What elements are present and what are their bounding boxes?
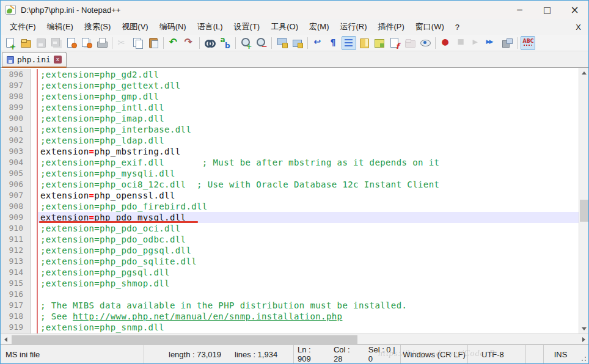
document-monitor-button[interactable] xyxy=(418,36,433,50)
save-file-button[interactable] xyxy=(34,36,48,50)
zoom-out-button[interactable] xyxy=(254,36,269,50)
minimize-button[interactable]: ─ xyxy=(506,1,533,19)
document-map-button[interactable] xyxy=(357,36,371,50)
bookmark-margin[interactable] xyxy=(31,234,37,245)
open-file-button[interactable] xyxy=(18,36,33,50)
menu-item-1[interactable]: 编辑(E) xyxy=(42,20,79,34)
bookmark-margin[interactable] xyxy=(31,91,37,102)
bookmark-margin[interactable] xyxy=(31,124,37,135)
scroll-up-arrow[interactable] xyxy=(579,68,589,78)
bookmark-margin[interactable] xyxy=(31,311,37,322)
bookmark-margin[interactable] xyxy=(31,322,37,333)
scroll-down-arrow[interactable] xyxy=(579,324,589,333)
bookmark-margin[interactable] xyxy=(31,212,37,223)
save-all-button[interactable] xyxy=(49,36,64,50)
bookmark-margin[interactable] xyxy=(31,190,37,201)
close-all-button[interactable] xyxy=(79,36,94,50)
menu-item-7[interactable]: 工具(O) xyxy=(265,20,304,34)
menu-close-document-button[interactable]: X xyxy=(576,23,581,32)
notepadpp-app-icon xyxy=(5,5,16,15)
bookmark-margin[interactable] xyxy=(31,135,37,146)
word-wrap-button[interactable] xyxy=(311,36,326,50)
bookmark-margin[interactable] xyxy=(31,113,37,124)
sync-vertical-scroll-button[interactable] xyxy=(275,36,290,50)
bookmark-margin[interactable] xyxy=(31,80,37,91)
menu-item-9[interactable]: 运行(R) xyxy=(334,20,372,34)
bookmark-margin[interactable] xyxy=(31,201,37,212)
code-url-link[interactable]: http://www.php.net/manual/en/snmp.instal… xyxy=(73,311,342,321)
menu-item-11[interactable]: 窗口(W) xyxy=(410,20,450,34)
new-file-button[interactable] xyxy=(3,36,18,50)
bookmark-margin[interactable] xyxy=(31,179,37,190)
indent-guide-button[interactable] xyxy=(342,36,356,50)
code-editor[interactable]: 896;extension=php_gd2.dll897;extension=p… xyxy=(1,68,579,333)
horizontal-scroll-thumb[interactable] xyxy=(12,335,357,344)
find-button[interactable] xyxy=(203,36,218,50)
status-spacer xyxy=(526,345,544,363)
macro-play-button[interactable] xyxy=(469,36,484,50)
folder-as-workspace-button[interactable] xyxy=(403,36,417,50)
line-number: 909 xyxy=(1,212,31,223)
code-line-911: 911;extension=php_pdo_odbc.dll xyxy=(1,234,579,245)
bookmark-margin[interactable] xyxy=(31,102,37,113)
macro-run-multiple-button[interactable] xyxy=(485,36,499,50)
bookmark-margin[interactable] xyxy=(31,157,37,168)
sync-horizontal-scroll-button[interactable] xyxy=(290,36,305,50)
menu-item-2[interactable]: 搜索(S) xyxy=(79,20,116,34)
menu-item-5[interactable]: 语言(L) xyxy=(192,20,229,34)
function-list-button[interactable] xyxy=(372,36,387,50)
menu-item-10[interactable]: 插件(P) xyxy=(373,20,410,34)
scroll-right-arrow[interactable] xyxy=(579,334,588,344)
vertical-scroll-thumb[interactable] xyxy=(580,200,588,222)
bookmark-margin[interactable] xyxy=(31,245,37,256)
horizontal-scrollbar[interactable] xyxy=(1,333,588,344)
macro-stop-button[interactable] xyxy=(454,36,469,50)
show-all-characters-button[interactable] xyxy=(326,36,341,50)
paste-button[interactable] xyxy=(146,36,161,50)
bookmark-margin[interactable] xyxy=(31,256,37,267)
menu-item-4[interactable]: 编码(N) xyxy=(154,20,192,34)
redo-button[interactable] xyxy=(182,36,197,50)
cut-button[interactable] xyxy=(115,36,130,50)
spell-check-button[interactable] xyxy=(521,36,535,50)
bookmark-margin[interactable] xyxy=(31,289,37,300)
resize-grip[interactable] xyxy=(577,345,588,363)
scroll-left-arrow[interactable] xyxy=(1,334,10,344)
macro-record-button[interactable] xyxy=(439,36,453,50)
code-line-901: 901;extension=php_interbase.dll xyxy=(1,124,579,135)
vertical-scrollbar[interactable] xyxy=(579,68,588,333)
menu-item-12[interactable]: ? xyxy=(450,21,465,34)
copy-button[interactable] xyxy=(131,36,145,50)
bookmark-margin[interactable] xyxy=(31,223,37,234)
tab-close-icon[interactable]: x xyxy=(54,56,62,64)
code-line-905: 905;extension=php_mysqli.dll xyxy=(1,168,579,179)
menu-item-8[interactable]: 宏(M) xyxy=(304,20,335,34)
code-text: ;extension=php_shmop.dll xyxy=(38,278,579,289)
code-text: ;extension=php_oci8_12c.dll ; Use with O… xyxy=(38,179,579,190)
bookmark-margin[interactable] xyxy=(31,278,37,289)
tab-php-ini[interactable]: php.ini x xyxy=(2,52,67,68)
print-button[interactable] xyxy=(95,36,109,50)
undo-button[interactable] xyxy=(167,36,181,50)
bookmark-margin[interactable] xyxy=(31,300,37,311)
status-insert-mode[interactable]: INS xyxy=(544,345,577,363)
zoom-in-button[interactable] xyxy=(239,36,254,50)
menu-item-3[interactable]: 视图(V) xyxy=(116,20,153,34)
bookmark-margin[interactable] xyxy=(31,146,37,157)
title-bar: D:\php7\php.ini - Notepad++ ─ □ × xyxy=(1,1,588,19)
replace-button[interactable] xyxy=(218,36,233,50)
macro-save-button[interactable] xyxy=(500,36,514,50)
code-line-917: 917; The MIBS data available in the PHP … xyxy=(1,300,579,311)
status-encoding[interactable]: UTF-8 xyxy=(468,345,526,363)
bookmark-margin[interactable] xyxy=(31,267,37,278)
user-defined-dialog-button[interactable] xyxy=(387,36,402,50)
code-token: ;extension=php_pdo_oci.dll xyxy=(40,224,181,233)
menu-item-6[interactable]: 设置(T) xyxy=(229,20,266,34)
close-file-button[interactable] xyxy=(64,36,79,50)
bookmark-margin[interactable] xyxy=(31,69,37,80)
menu-item-0[interactable]: 文件(F) xyxy=(4,20,42,34)
status-eol-format[interactable]: Windows (CR LF) xyxy=(401,345,468,363)
close-button[interactable]: × xyxy=(561,1,588,19)
maximize-button[interactable]: □ xyxy=(533,1,561,19)
bookmark-margin[interactable] xyxy=(31,168,37,179)
